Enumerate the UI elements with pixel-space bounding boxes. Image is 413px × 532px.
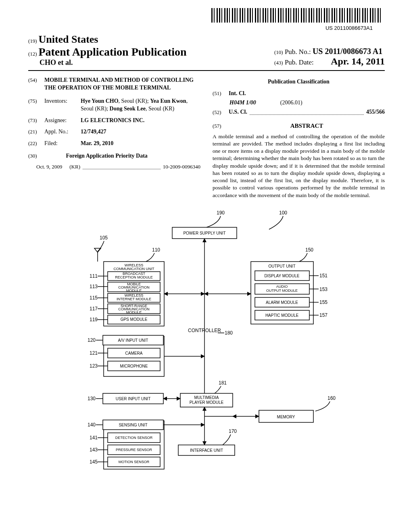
box-haptic: HAPTIC MODULE [265,313,299,318]
applno-code: (21) [28,128,44,136]
box-pressure: PRESSURE SENSOR [116,448,152,452]
ref-100: 100 [279,210,287,216]
ref-123: 123 [90,363,98,369]
inventors-label: Inventors: [44,98,81,113]
box-memory: MEMORY [277,415,295,419]
barcode-label: US 20110086673A1 [28,25,373,31]
box-power-supply: POWER SUPPLY UNIT [183,231,225,235]
bibliographic-columns: (54) MOBILE TERMINAL AND METHOD OF CONTR… [28,77,385,199]
intcl-date: (2006.01) [280,99,302,107]
ref-157: 157 [319,312,327,318]
block-diagram: .bx { fill:#fff; stroke:#000; stroke-wid… [57,207,356,497]
ref-190: 190 [217,210,225,216]
title-code: (54) [28,77,44,92]
box-microphone: MICROPHONE [120,364,148,368]
intcl-code: (51) [213,90,229,98]
ref-150: 150 [305,247,313,253]
right-column: Publication Classification (51) Int. Cl.… [213,77,385,199]
ref-111: 111 [90,273,98,279]
ref-180: 180 [225,330,233,336]
box-multimedia: MULTIMEDIAPLAYER MODULE [190,395,224,405]
pubdate-label: Pub. Date: [285,58,314,66]
ref-121: 121 [90,350,98,356]
ref-140: 140 [88,422,96,428]
ref-170: 170 [229,428,237,434]
ref-120: 120 [88,337,96,343]
box-output-unit: OUTPUT UNIT [268,264,295,268]
uscl-code: (52) [213,109,229,116]
foreign-appnum: 10-2009-0096340 [163,163,200,170]
uscl-value: 455/566 [366,108,385,116]
foreign-date: Oct. 9, 2009 [36,163,62,170]
box-detection: DETECTION SENSOR [115,436,153,440]
ref-160: 160 [327,395,336,401]
country-name: United States [38,33,98,45]
patent-page: US 20110086673A1 (19) United States (12)… [0,0,413,513]
ref-117: 117 [90,306,98,312]
pubdate-value: Apr. 14, 2011 [331,56,385,66]
dotted-leader-2 [250,111,364,115]
ref-130: 130 [88,396,96,401]
inventors-value: Hye Youn CHO, Seoul (KR); Yea Eun Kwon, … [81,98,200,113]
box-motion: MOTION SENSOR [119,460,150,464]
foreign-country: (KR) [69,163,80,170]
box-interface: INTERFACE UNIT [190,448,223,453]
filed-label: Filed: [44,140,81,148]
assignee-code: (73) [28,117,44,125]
ref-113: 113 [90,284,98,289]
pubdate-code: (43) [274,60,283,66]
box-sensing: SENSING UNIT [119,423,147,427]
ref-115: 115 [90,295,98,301]
ref-145: 145 [90,459,98,465]
pubno-value: US 2011/0086673 A1 [313,47,382,56]
publication-type: Patent Application Publication [38,46,186,58]
intcl-class: H04M 1/00 [229,99,256,107]
barcode-icon [211,8,381,23]
filed-value: Mar. 29, 2010 [81,140,200,148]
applno-value: 12/749,427 [81,128,200,136]
abstract-text: A mobile terminal and a method of contro… [213,133,385,199]
foreign-code: (30) [28,152,44,160]
assignee-label: Assignee: [44,117,81,125]
pub-code: (12) [28,51,37,57]
filed-code: (22) [28,140,44,148]
abstract-code: (57) [213,123,229,130]
uscl-label: U.S. Cl. [229,108,247,116]
foreign-label: Foreign Application Priority Data [66,153,148,159]
left-column: (54) MOBILE TERMINAL AND METHOD OF CONTR… [28,77,200,199]
applno-label: Appl. No.: [44,128,81,136]
box-display: DISPLAY MODULE [265,274,300,278]
ref-141: 141 [90,435,98,441]
country-code: (19) [28,38,37,44]
ref-105: 105 [100,235,108,241]
box-gps: GPS MODULE [121,317,148,322]
invention-title: MOBILE TERMINAL AND METHOD OF CONTROLLIN… [44,77,200,92]
box-user-input: USER INPUT UNIT [116,397,151,401]
box-alarm: ALARM MODULE [266,300,298,305]
barcode-region: US 20110086673A1 [28,8,385,31]
ref-143: 143 [90,447,98,453]
abstract-header: ABSTRACT [229,122,385,130]
pubno-label: Pub. No.: [285,48,311,56]
intcl-label: Int. Cl. [229,90,253,98]
pubno-code: (10) [274,49,283,55]
ref-155: 155 [319,299,327,305]
ref-153: 153 [319,287,327,292]
header-block: (19) United States (12) Patent Applicati… [28,33,385,71]
authors: CHO et al. [28,58,187,67]
dotted-leader [83,165,161,169]
classification-header: Publication Classification [213,78,385,86]
box-camera: CAMERA [125,351,143,355]
box-av-input: A/V INPUT UNIT [118,338,148,343]
assignee-value: LG ELECTRONICS INC. [81,117,200,125]
inventors-code: (75) [28,98,44,113]
ref-110: 110 [152,247,160,253]
ref-119: 119 [90,317,98,322]
ref-181: 181 [219,380,227,386]
ref-151: 151 [319,273,327,278]
